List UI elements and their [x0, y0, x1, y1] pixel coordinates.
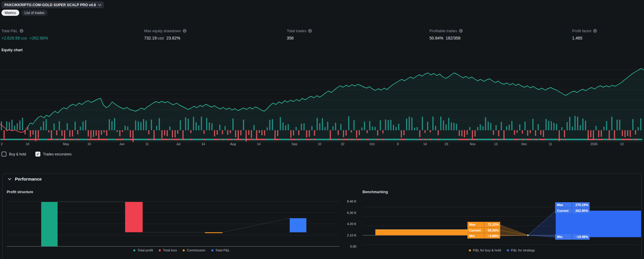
svg-text:0.00: 0.00	[350, 245, 356, 248]
report-tabs: Metrics List of trades	[1, 10, 48, 16]
x-axis-tick-label: Nov	[470, 142, 476, 146]
stat-row-value: 270.19%	[572, 202, 590, 208]
checkbox-unchecked-icon[interactable]	[1, 152, 6, 157]
chevron-down-icon	[8, 177, 11, 180]
stat-value: 1.465	[572, 36, 582, 40]
stat-extra: 182/358	[446, 36, 460, 40]
stat-value: 358	[287, 36, 293, 40]
stat-row-value: 59.26%	[484, 228, 500, 233]
stat-value: +2,628.99	[1, 36, 20, 40]
stat-unit: USD	[158, 37, 164, 40]
strategy-min-box: Min−19.98%	[555, 234, 590, 240]
stat-row-label: Min	[555, 234, 572, 240]
stat-max-drawdown: Max equity drawdowni 732.19USD23.82%	[144, 29, 187, 40]
x-axis-tick-label: Dec	[521, 142, 527, 146]
stat-total-trades: Total tradesi 358	[287, 29, 312, 40]
equity-x-axis: 210May15Jun11Jul14Aug14Sep1022Oct81423No…	[0, 142, 644, 146]
equity-chart-options: Buy & hold Trades excursions	[1, 152, 72, 157]
performance-collapse-header[interactable]: Performance	[8, 176, 42, 181]
x-axis-tick-label: 13	[494, 142, 498, 146]
legend-label: Total P&L	[215, 248, 230, 252]
stat-label: Profitable trades	[429, 29, 457, 33]
checkbox-label: Buy & hold	[9, 152, 26, 156]
checkbox-checked-icon[interactable]	[35, 152, 40, 157]
benchmarking-chart-svg	[362, 193, 642, 252]
profit-structure-chart-svg: 8.40 K6.30 K4.20 K2.10 K0.00	[4, 193, 359, 252]
legend-label: Commission	[187, 248, 205, 252]
x-axis-tick-label: Jul	[176, 142, 180, 146]
stat-value: 732.19	[144, 36, 157, 40]
stat-row-value: −3.69%	[484, 233, 500, 239]
stat-profit-factor: Profit factori 1.465	[572, 29, 597, 40]
svg-text:8.40 K: 8.40 K	[347, 200, 356, 203]
x-axis-tick-label: 23	[445, 142, 448, 146]
legend-total-loss[interactable]: Total loss	[159, 248, 177, 252]
x-axis-tick-label: 14	[201, 142, 205, 146]
x-axis-tick-label: Sep	[291, 142, 297, 146]
stat-row-value: 262.90%	[572, 208, 590, 213]
stat-row-label: Current	[555, 208, 572, 213]
tab-list-of-trades[interactable]: List of trades	[21, 10, 48, 16]
x-axis-tick-label: 13	[620, 142, 624, 146]
info-icon[interactable]: i	[20, 29, 23, 33]
stat-label: Max equity drawdown	[144, 29, 181, 33]
x-axis-tick-label: 22	[341, 142, 344, 146]
x-axis-tick-label: 11	[145, 142, 149, 146]
legend-pl-buy-hold[interactable]: P&L for buy & hold	[469, 248, 501, 252]
stat-label: Total P&L	[1, 29, 18, 33]
x-axis-tick-label: Jun	[119, 142, 125, 146]
orange-dot-icon	[469, 249, 471, 251]
x-axis-tick-label: 10	[26, 142, 29, 146]
legend-total-pl[interactable]: Total P&L	[211, 248, 230, 252]
stat-row-value: 71.12%	[484, 222, 500, 227]
x-axis-tick-label: May	[63, 142, 69, 146]
performance-title: Performance	[15, 176, 42, 181]
legend-label: P&L for buy & hold	[473, 248, 501, 252]
trades-excursions-toggle[interactable]: Trades excursions	[35, 152, 72, 157]
legend-total-profit[interactable]: Total profit	[133, 248, 153, 252]
stat-row-label: Min	[467, 233, 484, 239]
orange-dot-icon	[183, 249, 185, 251]
info-icon[interactable]: i	[593, 29, 597, 33]
strategy-stats-box: Max270.19% Current262.90%	[555, 202, 590, 213]
stat-row-label: Max	[555, 202, 572, 208]
stat-extra: +262.90%	[30, 36, 48, 40]
x-axis-tick-label: 8	[397, 142, 399, 146]
info-icon[interactable]: i	[308, 29, 312, 33]
blue-dot-icon	[211, 249, 213, 251]
x-axis-tick-label: 11	[549, 142, 552, 146]
stat-row-label: Max	[467, 222, 484, 227]
stat-row-label: Current	[467, 228, 484, 233]
stat-total-pl: Total P&Li +2,628.99USD+262.90%	[1, 29, 48, 40]
legend-label: Total loss	[163, 248, 177, 252]
tab-metrics[interactable]: Metrics	[1, 10, 19, 16]
stat-value: 50.84%	[429, 36, 443, 40]
red-dot-icon	[159, 249, 161, 251]
benchmarking-legend: P&L for buy & hold P&L for strategy	[362, 248, 642, 252]
x-axis-tick-label: Aug	[230, 142, 236, 146]
stat-label: Total trades	[287, 29, 306, 33]
x-axis-tick-label: 14	[423, 142, 427, 146]
teal-dot-icon	[133, 249, 135, 251]
stat-label: Profit factor	[572, 29, 591, 33]
stat-extra: 23.82%	[166, 36, 180, 40]
strategy-name: PAKCIKKRIPTO.COM-GOLD SUPER SCALP PRO v4…	[4, 3, 96, 7]
x-axis-tick-label: 10	[318, 142, 321, 146]
checkbox-label: Trades excursions	[43, 152, 72, 156]
info-icon[interactable]: i	[459, 29, 463, 33]
blue-dot-icon	[507, 249, 509, 251]
x-axis-tick-label: 15	[87, 142, 91, 146]
x-axis-tick-label: 2026	[591, 142, 598, 146]
legend-commission[interactable]: Commission	[183, 248, 205, 252]
legend-label: P&L for strategy	[511, 248, 535, 252]
legend-pl-strategy[interactable]: P&L for strategy	[507, 248, 535, 252]
x-axis-tick-label: 2	[1, 142, 3, 146]
legend-label: Total profit	[137, 248, 153, 252]
stat-profitable-trades: Profitable tradesi 50.84%182/358	[429, 29, 463, 40]
info-icon[interactable]: i	[183, 29, 187, 33]
profit-structure-legend: Total profit Total loss Commission Total…	[4, 248, 359, 252]
buy-and-hold-toggle[interactable]: Buy & hold	[1, 152, 26, 157]
stat-row-value: −19.98%	[572, 234, 590, 240]
svg-text:6.30 K: 6.30 K	[347, 211, 356, 215]
strategy-selector[interactable]: PAKCIKKRIPTO.COM-GOLD SUPER SCALP PRO v4…	[1, 1, 104, 8]
